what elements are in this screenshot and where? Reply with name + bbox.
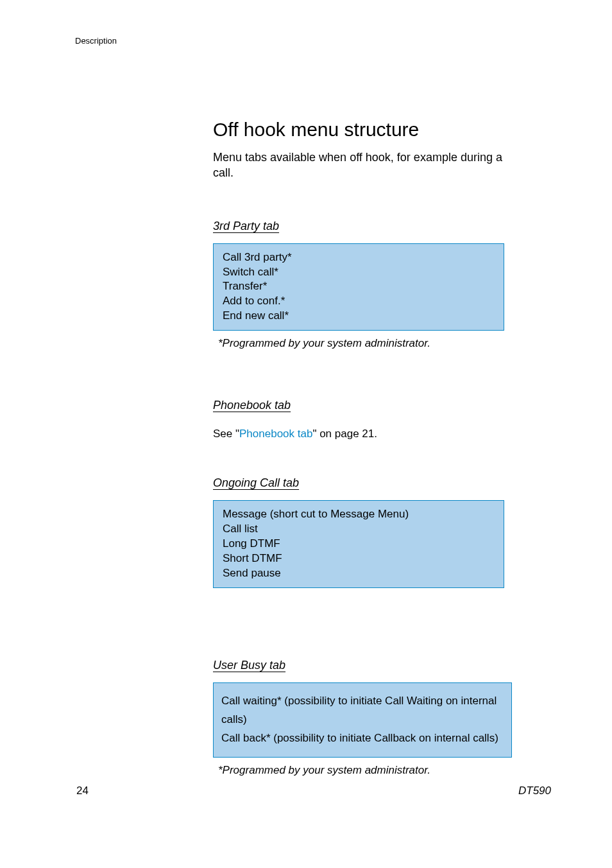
list-item: Short DTMF — [223, 551, 495, 566]
third-party-menu-box: Call 3rd party* Switch call* Transfer* A… — [213, 243, 504, 331]
list-item: Call list — [223, 522, 495, 537]
list-item: Send pause — [223, 566, 495, 581]
list-item: Message (short cut to Message Menu) — [223, 507, 495, 522]
user-busy-footnote: *Programmed by your system administrator… — [218, 764, 511, 777]
page-title: Off hook menu structure — [213, 119, 511, 141]
list-item: Long DTMF — [223, 537, 495, 551]
list-item: End new call* — [223, 309, 495, 324]
ongoing-call-section: Ongoing Call tab Message (short cut to M… — [213, 476, 511, 588]
page: Description Off hook menu structure Menu… — [0, 0, 612, 868]
list-item: Switch call* — [223, 265, 495, 280]
phonebook-section: Phonebook tab See "Phonebook tab" on pag… — [213, 399, 511, 440]
phonebook-ref-pre: See " — [213, 428, 239, 440]
user-busy-menu-box: Call waiting* (possibility to initiate C… — [213, 682, 512, 758]
third-party-footnote: *Programmed by your system administrator… — [218, 337, 511, 350]
user-busy-heading: User Busy tab — [213, 659, 285, 672]
list-item: Add to conf.* — [223, 294, 495, 309]
list-item: Call 3rd party* — [223, 250, 495, 265]
phonebook-ref-post: " on page 21. — [312, 428, 377, 440]
phonebook-reference: See "Phonebook tab" on page 21. — [213, 428, 511, 440]
content-column: Off hook menu structure Menu tabs availa… — [213, 119, 511, 777]
list-item: Call waiting* (possibility to initiate C… — [221, 692, 504, 729]
ongoing-call-menu-box: Message (short cut to Message Menu) Call… — [213, 500, 504, 588]
third-party-heading: 3rd Party tab — [213, 220, 279, 233]
ongoing-call-heading: Ongoing Call tab — [213, 476, 299, 490]
user-busy-section: User Busy tab Call waiting* (possibility… — [213, 659, 511, 777]
footer-model-label: DT590 — [518, 785, 551, 797]
intro-paragraph: Menu tabs available when off hook, for e… — [213, 150, 511, 181]
header-section-label: Description — [75, 36, 117, 46]
phonebook-ref-link[interactable]: Phonebook tab — [239, 428, 312, 440]
footer-page-number: 24 — [76, 785, 89, 797]
third-party-section: 3rd Party tab Call 3rd party* Switch cal… — [213, 220, 511, 351]
list-item: Call back* (possibility to initiate Call… — [221, 729, 504, 748]
list-item: Transfer* — [223, 279, 495, 294]
phonebook-heading: Phonebook tab — [213, 399, 291, 412]
